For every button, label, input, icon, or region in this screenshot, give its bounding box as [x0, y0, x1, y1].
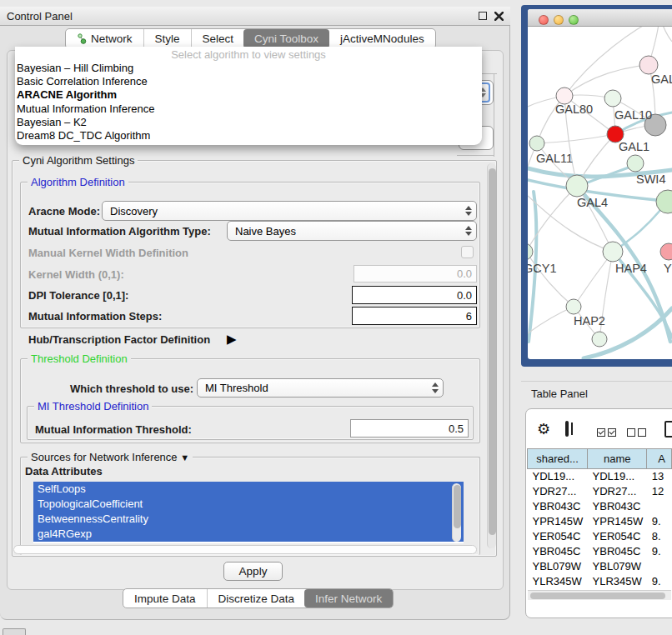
- node[interactable]: [592, 332, 607, 347]
- dropdown-item[interactable]: Dream8 DC_TDC Algorithm: [15, 129, 482, 142]
- mi-algorithm-type-select[interactable]: Naive Bayes: [227, 221, 477, 241]
- close-traffic-light[interactable]: [539, 15, 549, 25]
- group-title: Sources for Network Inference ▼: [28, 451, 193, 463]
- node-gal[interactable]: [639, 56, 658, 74]
- network-canvas[interactable]: GAL GAL80 GAL10 GAL1 GAL11 SWI4 GAL4 GCY…: [528, 9, 672, 359]
- chevron-up-down-icon: [427, 379, 443, 397]
- dropdown-item[interactable]: Bayesian – K2: [15, 116, 482, 129]
- column-header[interactable]: A: [647, 449, 672, 469]
- group-title: Algorithm Definition: [28, 176, 128, 188]
- table-row[interactable]: YLR345WYLR345W9.: [528, 574, 672, 589]
- node-label: Y: [664, 262, 672, 275]
- network-view-window[interactable]: GAL GAL80 GAL10 GAL1 GAL11 SWI4 GAL4 GCY…: [521, 5, 672, 367]
- table-panel-header: Table Panel: [521, 381, 672, 406]
- split-columns-icon[interactable]: [565, 421, 569, 437]
- which-threshold-select[interactable]: MI Threshold: [197, 378, 444, 398]
- mi-type-value: Naive Bayes: [235, 225, 296, 238]
- collapsed-panel-button[interactable]: [3, 628, 26, 635]
- data-attributes-label: Data Attributes: [25, 465, 103, 478]
- tab-jactivemnodules[interactable]: jActiveMNodules: [329, 29, 435, 48]
- kernel-width-label: Kernel Width (0,1):: [28, 268, 124, 281]
- node-gal4[interactable]: [566, 175, 588, 197]
- gear-icon[interactable]: ⚙: [537, 422, 550, 437]
- manual-kernel-width-label: Manual Kernel Width Definition: [28, 247, 188, 259]
- tab-infer-network[interactable]: Infer Network: [304, 589, 393, 608]
- hub-definition-label: Hub/Transcription Factor Definition: [28, 333, 210, 346]
- node-hap2[interactable]: [566, 299, 581, 314]
- apply-button-label: Apply: [239, 565, 268, 578]
- kernel-width-value: 0.0: [457, 268, 472, 280]
- zoom-traffic-light[interactable]: [569, 15, 579, 25]
- which-threshold-label: Which threshold to use:: [70, 382, 193, 395]
- data-attributes-list[interactable]: SelfLoops TopologicalCoefficient Between…: [33, 482, 464, 543]
- float-window-icon[interactable]: [479, 12, 487, 20]
- mi-steps-field[interactable]: 6: [352, 307, 477, 325]
- settings-scrollbar[interactable]: [487, 163, 496, 548]
- attributes-scrollbar[interactable]: [452, 483, 461, 542]
- algorithm-dropdown: Select algorithm to view settings Bayesi…: [15, 47, 482, 145]
- node-label: HAP4: [615, 262, 647, 275]
- apply-button[interactable]: Apply: [223, 562, 283, 581]
- node-swi4[interactable]: [627, 155, 644, 172]
- group-line-fragment: [457, 155, 494, 156]
- dpi-tolerance-field[interactable]: 0.0: [352, 286, 477, 304]
- page-icon[interactable]: [664, 421, 672, 438]
- settings-hscrollbar[interactable]: [13, 545, 477, 554]
- minimize-traffic-light[interactable]: [554, 15, 564, 25]
- mi-steps-label: Mutual Information Steps:: [28, 310, 162, 322]
- node[interactable]: [656, 190, 672, 213]
- dropdown-item-selected[interactable]: ARACNE Algorithm: [15, 88, 482, 102]
- dropdown-item[interactable]: Bayesian – Hill Climbing: [15, 62, 482, 75]
- dropdown-item[interactable]: Mutual Information Inference: [15, 102, 482, 116]
- tab-select[interactable]: Select: [191, 29, 245, 48]
- list-item[interactable]: SelfLoops: [33, 482, 464, 497]
- tab-cyni-toolbox[interactable]: Cyni Toolbox: [243, 29, 329, 48]
- tab-discretize-data[interactable]: Discretize Data: [207, 589, 306, 608]
- node-hap4[interactable]: [603, 242, 623, 262]
- tab-impute-data[interactable]: Impute Data: [123, 589, 207, 608]
- node-label: GAL11: [536, 152, 573, 165]
- aracne-mode-select[interactable]: Discovery: [102, 201, 477, 221]
- list-item[interactable]: BetweennessCentrality: [33, 512, 464, 527]
- dpi-tolerance-label: DPI Tolerance [0,1]:: [28, 289, 128, 302]
- tab-style[interactable]: Style: [143, 29, 191, 48]
- group-title: Threshold Definition: [28, 352, 131, 365]
- expand-arrow-icon[interactable]: ▶: [227, 332, 237, 347]
- which-threshold-value: MI Threshold: [205, 382, 268, 394]
- chevron-up-down-icon: [460, 202, 476, 220]
- control-panel-titlebar: Control Panel: [0, 7, 510, 26]
- list-item[interactable]: TopologicalCoefficient: [33, 497, 464, 512]
- mi-threshold-value: 0.5: [449, 422, 464, 435]
- mi-threshold-field[interactable]: 0.5: [350, 419, 469, 438]
- node-gal11[interactable]: [529, 136, 544, 151]
- list-item[interactable]: gal4RGexp: [33, 527, 464, 542]
- node-label: GCY1: [528, 262, 557, 275]
- table-row[interactable]: YBR043CYBR043C: [528, 499, 672, 514]
- aracne-mode-value: Discovery: [110, 205, 158, 218]
- close-icon[interactable]: [494, 12, 504, 21]
- node-table[interactable]: shared... name A YDL19...YDL19...13 YDR2…: [527, 448, 672, 590]
- window-title: Control Panel: [7, 10, 73, 22]
- node-gal10[interactable]: [604, 90, 621, 107]
- node-gal80[interactable]: [556, 88, 573, 104]
- manual-kernel-width-checkbox[interactable]: [461, 246, 474, 258]
- dropdown-item[interactable]: Basic Correlation Inference: [15, 75, 482, 88]
- unchecked-pair-icon[interactable]: [627, 427, 646, 439]
- table-row[interactable]: YDR27...YDR27...12: [528, 484, 672, 499]
- collapse-arrow-icon[interactable]: ▼: [180, 452, 189, 462]
- kernel-width-field[interactable]: 0.0: [354, 265, 477, 282]
- node-y[interactable]: [660, 243, 672, 260]
- tab-network[interactable]: Network: [66, 29, 143, 48]
- table-hscrollbar[interactable]: [528, 590, 671, 600]
- table-row[interactable]: YBL079WYBL079W: [528, 559, 672, 574]
- network-window-titlebar[interactable]: [528, 9, 672, 27]
- table-row[interactable]: YBR045CYBR045C9.: [528, 544, 672, 559]
- table-row[interactable]: YPR145WYPR145W9.: [528, 514, 672, 529]
- column-header[interactable]: name: [588, 449, 647, 469]
- table-row[interactable]: YDL19...YDL19...13: [528, 469, 672, 484]
- table-panel-title: Table Panel: [531, 388, 588, 400]
- table-row[interactable]: YER054CYER054C8.: [528, 529, 672, 544]
- column-header[interactable]: shared...: [528, 449, 588, 469]
- checked-pair-icon[interactable]: [597, 427, 616, 439]
- node-gcy1[interactable]: [528, 243, 533, 260]
